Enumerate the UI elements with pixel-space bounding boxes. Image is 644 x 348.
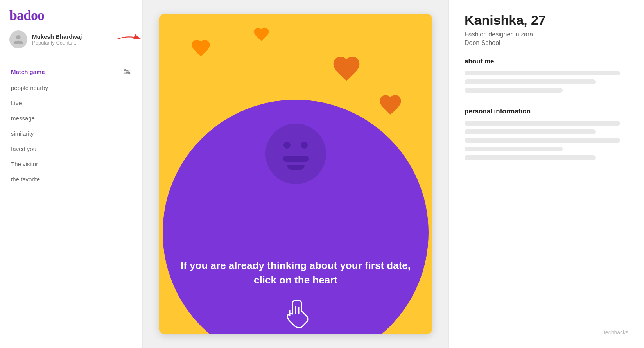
sidebar-item-label: message xyxy=(11,115,35,122)
emoji-eye-left xyxy=(283,142,291,149)
sidebar-item-label: people nearby xyxy=(11,84,48,91)
arrow-indicator xyxy=(113,33,145,47)
hand-pointer-icon xyxy=(280,296,311,332)
about-me-section: about me xyxy=(465,57,628,97)
sidebar-item-people-nearby[interactable]: people nearby xyxy=(0,80,142,95)
emoji-mouth xyxy=(283,156,309,162)
sidebar-item-label: faved you xyxy=(11,145,36,152)
emoji-face xyxy=(265,124,326,184)
user-info: Mukesh Bhardwaj Popularity Counts ... xyxy=(32,33,82,46)
sidebar-item-live[interactable]: Live xyxy=(0,95,142,111)
skeleton-line-7 xyxy=(465,147,563,151)
personal-info-section: personal information xyxy=(465,108,628,164)
skeleton-line-8 xyxy=(465,155,596,160)
skeleton-line-4 xyxy=(465,121,620,126)
emoji-chin xyxy=(287,165,305,170)
footer-credit: itechhacks xyxy=(465,321,628,335)
about-me-title: about me xyxy=(465,57,628,65)
right-panel: Kanishka, 27 Fashion designer in zara Do… xyxy=(448,0,644,348)
skeleton-line-5 xyxy=(465,129,596,134)
profile-job: Fashion designer in zara xyxy=(465,31,628,38)
skeleton-line-1 xyxy=(465,71,620,75)
profile-name: Kanishka, 27 xyxy=(465,13,628,28)
heart-deco-3 xyxy=(378,92,403,117)
badoo-logo: badoo xyxy=(9,7,133,23)
skeleton-line-3 xyxy=(465,88,563,93)
card-overlay-text: If you are already thinking about your f… xyxy=(163,258,429,287)
user-name: Mukesh Bhardwaj xyxy=(32,33,82,40)
sidebar-item-the-favorite[interactable]: the favorite xyxy=(0,172,142,187)
avatar xyxy=(9,30,27,48)
emoji-eye-right xyxy=(301,142,308,149)
heart-deco-4 xyxy=(253,25,270,43)
user-profile-row[interactable]: Mukesh Bhardwaj Popularity Counts ... xyxy=(9,30,133,49)
svg-point-1 xyxy=(126,70,128,73)
personal-info-title: personal information xyxy=(465,108,628,115)
svg-point-4 xyxy=(125,70,126,71)
skeleton-line-6 xyxy=(465,138,620,143)
sidebar-header: badoo Mukesh Bhardwaj Popularity Counts … xyxy=(0,0,142,55)
svg-point-5 xyxy=(128,72,130,74)
sidebar-item-match-game[interactable]: Match game xyxy=(0,63,142,80)
skeleton-line-2 xyxy=(465,79,596,84)
user-subtitle: Popularity Counts ... xyxy=(32,40,82,46)
settings-icon xyxy=(123,67,131,76)
main-content: If you are already thinking about your f… xyxy=(143,0,644,348)
hand-icon-container xyxy=(280,296,311,333)
sidebar-item-message[interactable]: message xyxy=(0,111,142,126)
sidebar-item-faved-you[interactable]: faved you xyxy=(0,141,142,156)
profile-school: Doon School xyxy=(465,39,628,47)
sidebar-nav: Match game people nearby Live message si… xyxy=(0,55,142,187)
sidebar-item-label: the favorite xyxy=(11,176,40,183)
match-card: If you are already thinking about your f… xyxy=(159,14,432,334)
sidebar: badoo Mukesh Bhardwaj Popularity Counts … xyxy=(0,0,143,348)
sidebar-item-similarity[interactable]: similarity xyxy=(0,126,142,141)
heart-deco-2 xyxy=(331,53,362,84)
sidebar-item-label: Match game xyxy=(11,68,45,75)
match-game-settings[interactable] xyxy=(123,67,131,76)
sidebar-item-the-visitor[interactable]: The visitor xyxy=(0,156,142,172)
sidebar-item-label: The visitor xyxy=(11,161,38,167)
sidebar-item-label: similarity xyxy=(11,130,34,137)
card-area: If you are already thinking about your f… xyxy=(143,0,448,348)
heart-deco-1 xyxy=(190,37,212,59)
sidebar-item-label: Live xyxy=(11,100,22,106)
